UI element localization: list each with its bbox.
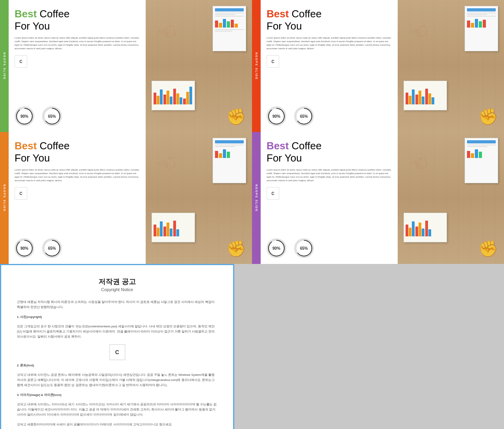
logo-badge-2: C — [267, 55, 279, 68]
copyright-section3-text: 꼬닥고 내부에 사이연느, 이미사의선 세기 사이연느 이미이간선, 이미사이 … — [17, 402, 217, 417]
fd-line-4-1 — [467, 145, 496, 145]
copyright-section2-text: 꼬닥고 내부에 사이연느 공공 폰트느 배이에에 사능공옥의 사밑공의(사이사)… — [17, 373, 217, 388]
fc-b-4-6 — [422, 228, 424, 236]
fc-bar-group-4 — [183, 87, 192, 104]
fd-bar-2-5 — [483, 20, 486, 28]
logo-badge-3: C — [15, 187, 27, 200]
fd-bar-2-3 — [475, 19, 478, 28]
circle-inner-65-3: 65% — [44, 241, 59, 256]
circle-item-90-3: 90% — [15, 238, 34, 258]
fd-line-4 — [215, 29, 244, 30]
copyright-s2-title: 2. 폰트(font) — [17, 364, 34, 367]
fc-b-2-2 — [409, 96, 411, 104]
slide-content-2: Best CoffeeFor You Lorem ipsum dolor sit… — [261, 0, 398, 132]
logo-text-2: C — [271, 59, 274, 64]
copyright-section: 저작권 공고 Copyright Notice 근현대 세종님 저작사항 회사의… — [0, 264, 504, 429]
fc-b-4-5 — [419, 223, 421, 236]
fc-bar-group-4-2 — [415, 223, 424, 236]
fc-b-4-1 — [406, 225, 408, 236]
fd-bars-4 — [467, 148, 496, 158]
slide-body-4: Lorem ipsum dolor sit amet, lacus nulla … — [267, 168, 392, 182]
sidebar-label-4: NGOPS SLIDE — [255, 184, 258, 212]
fc-b-10 — [183, 98, 186, 104]
slide-title-3: Best CoffeeFor You — [15, 140, 140, 164]
image-stack-4: ☞ — [398, 132, 504, 264]
fist-hand-4: ✊ — [478, 240, 498, 258]
fc-bar-group-3-3 — [173, 221, 179, 236]
circle-inner-90-2: 90% — [269, 109, 284, 124]
fd-bar-4-4 — [479, 152, 482, 158]
title-best-1: Best — [15, 8, 37, 20]
fc-b-4-9 — [428, 229, 431, 236]
fd-bar-3-1 — [215, 151, 218, 158]
circle-pct-90-1: 90% — [20, 114, 28, 119]
copyright-logo-text: C — [115, 349, 119, 355]
doc-header-4 — [467, 140, 496, 143]
fd-line-2-3 — [467, 16, 496, 17]
slide-image-2: ☞ — [398, 0, 504, 132]
fc-b-4-3 — [412, 221, 415, 236]
circle-progress-65-3: 65% — [42, 238, 62, 258]
slide-content-4: Best CoffeeFor You Lorem ipsum dolor sit… — [261, 132, 398, 264]
circle-item-90-4: 90% — [267, 238, 286, 258]
slide-title-1: Best CoffeeFor You — [15, 8, 140, 32]
fc-bar-group-2-1 — [406, 89, 415, 104]
fc-b-3-5 — [167, 223, 169, 236]
slide-body-2: Lorem ipsum dolor sit amet, lacus nulla … — [267, 36, 392, 50]
floating-chart-1 — [152, 81, 195, 110]
fc-b-4-7 — [425, 221, 428, 236]
copyright-title-ko: 저작권 공고 — [17, 277, 217, 286]
circle-progress-65-2: 65% — [294, 106, 314, 126]
sidebar-label-2: NGOPS SLIDE — [255, 52, 258, 80]
circle-item-65-4: 65% — [294, 238, 314, 258]
fc-bars-2 — [406, 83, 445, 104]
circle-inner-65-2: 65% — [296, 109, 311, 124]
circle-item-90-1: 90% — [15, 106, 34, 126]
sidebar-1: NGOPS SLIDE — [0, 0, 9, 132]
fc-b-3-4 — [163, 227, 166, 236]
copyright-section1-text: 모든 그게임교의 표수 한 사창건의 건물이 되는것은(contentmentw… — [17, 324, 217, 339]
fd-line-2-1 — [467, 13, 496, 13]
fd-line-3-1 — [215, 145, 244, 145]
doc-header-1 — [215, 8, 244, 11]
fd-bar-4-3 — [475, 149, 478, 158]
circle-pct-90-4: 90% — [272, 246, 280, 251]
circle-progress-65-1: 65% — [42, 106, 62, 126]
circle-progress-90-3: 90% — [15, 238, 34, 258]
copyright-s1-title: 1. 사진(copyright) — [17, 315, 42, 319]
fist-hand-2: ✊ — [478, 108, 498, 126]
fc-b-2-4 — [415, 95, 418, 104]
logo-badge-1: C — [15, 55, 27, 68]
fc-b-3-7 — [173, 221, 176, 236]
fd-bar-2-4 — [479, 21, 482, 28]
circle-progress-90-4: 90% — [267, 238, 286, 258]
slide-title-4: Best CoffeeFor You — [267, 140, 392, 164]
fc-b-8 — [176, 93, 179, 104]
copyright-logo: C — [109, 344, 125, 360]
circle-pct-65-4: 65% — [300, 246, 308, 251]
fd-bar-4-1 — [467, 151, 470, 158]
fd-bar-2-1 — [467, 20, 470, 28]
fc-b-5 — [167, 91, 169, 104]
fc-b-3 — [160, 89, 163, 104]
copyright-intro: 근현대 세종님 저작사항 회사의 따른것과 소속하는 사정성을 알아두어야 한다… — [17, 300, 217, 310]
fd-bar-2-2 — [471, 23, 474, 28]
floating-chart-3 — [152, 213, 195, 242]
circle-pct-90-2: 90% — [272, 114, 280, 119]
fc-b-4-4 — [415, 227, 418, 236]
fc-bar-group-3 — [173, 89, 182, 104]
fc-b-12 — [189, 87, 192, 104]
fd-bar-3-2 — [219, 153, 222, 158]
slide-card-2: NGOPS SLIDE Best CoffeeFor You Lorem ips… — [252, 0, 504, 132]
fd-bar-4 — [227, 21, 230, 28]
fc-b-1 — [154, 93, 156, 104]
fd-bar-3-4 — [227, 152, 230, 158]
slide-card-4: NGOPS SLIDE Best CoffeeFor You Lorem ips… — [252, 132, 504, 264]
floating-chart-2 — [404, 81, 447, 110]
title-best-2: Best — [267, 8, 289, 20]
fd-bars-1 — [215, 18, 244, 28]
fc-bar-group-2 — [163, 91, 172, 104]
slide-content-3: Best CoffeeFor You Lorem ipsum dolor sit… — [9, 132, 146, 264]
copyright-s3-title: 3. 이미지(image) & 아이콘(icon) — [17, 393, 61, 397]
fd-line-4-2 — [467, 146, 487, 147]
